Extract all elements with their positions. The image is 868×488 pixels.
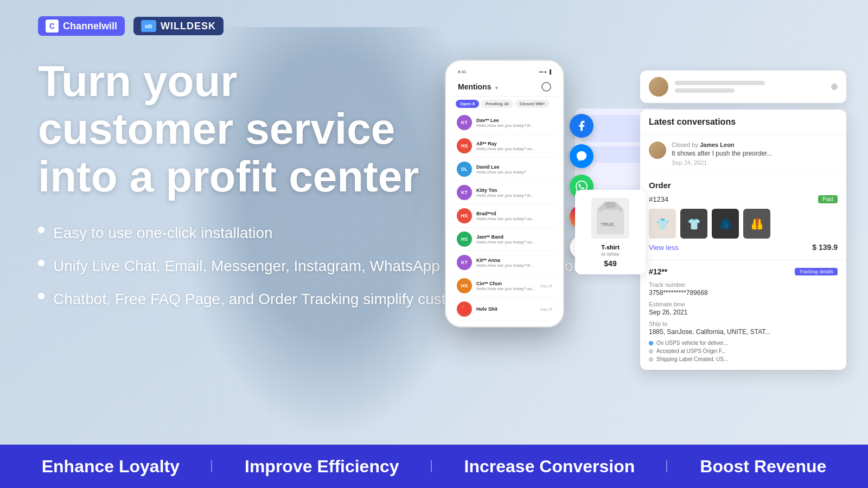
tab-closed[interactable]: Closed 999+ <box>515 100 550 108</box>
channelwill-icon: C <box>46 20 59 33</box>
chat-name-0: Dav** Lee <box>476 118 552 123</box>
bottom-item-2: Improve Efficiency <box>212 457 432 477</box>
product-img-4: 🦺 <box>743 209 770 239</box>
header-logos: C Channelwill wb WILLDESK <box>0 0 868 52</box>
ship-value: 1885, SanJose, California, UNITE, STAT..… <box>649 328 838 336</box>
tab-open[interactable]: Open 8 <box>456 100 479 108</box>
tracking-section: #12** Tracking details Track number 3758… <box>640 260 846 370</box>
chat-name-7: Cin** Chun <box>476 281 536 286</box>
channelwill-text: Channelwill <box>63 21 117 32</box>
phone-search-icon[interactable] <box>541 82 551 92</box>
tab-pending[interactable]: Pending 34 <box>481 100 513 108</box>
chat-info-0: Dav** Lee Hello,How are you today? fil..… <box>476 118 552 128</box>
chat-info-5: Jam** Band Hello,How are you today? as..… <box>476 234 552 245</box>
chat-item-1[interactable]: HS All** Ray Hello,How are you today? as… <box>451 134 558 158</box>
chat-name-8: Holv Shit <box>476 306 536 312</box>
hero-line2: customer service <box>38 105 395 153</box>
order-label: Order <box>649 181 838 190</box>
bottom-item-1: Enhance Loyalty <box>9 457 212 477</box>
conv-message-1: It shows after I push the preorder... <box>672 150 838 157</box>
willdesk-logo: wb WILLDESK <box>133 17 224 35</box>
chat-item-6[interactable]: KT Kit** Anna Hello,How are you today? f… <box>451 251 558 274</box>
bottom-bar: Enhance Loyalty Improve Efficiency Incre… <box>0 445 868 488</box>
chat-preview-1: Hello,How are you today? as... <box>476 146 552 151</box>
tracking-steps: On USPS vehicle for deliver... Accepted … <box>649 340 838 362</box>
track-number-label: Track number <box>649 281 838 288</box>
phone-screen: 8:41 ▪▪▪ ▸ ▐ Mentions ▼ Open 8 Pending 3… <box>451 66 558 321</box>
avatar-2: DL <box>457 162 472 177</box>
phone-frame: 8:41 ▪▪▪ ▸ ▐ Mentions ▼ Open 8 Pending 3… <box>445 60 564 328</box>
chat-item-5[interactable]: HS Jam** Band Hello,How are you today? a… <box>451 228 558 251</box>
product-img-3: 🧥 <box>712 209 739 239</box>
step-text-3: Shipping Label Created, US... <box>656 356 728 362</box>
gray-placeholder-lines <box>675 81 825 93</box>
bullet-1 <box>38 227 44 233</box>
chat-info-2: David Lee Hello,How are you today? <box>476 164 552 175</box>
hero-line3: into a profit center <box>38 152 419 201</box>
chat-preview-0: Hello,How are you today? fil... <box>476 123 552 128</box>
hero-line1: Turn your <box>38 57 237 105</box>
tshirt-name: T-shirt <box>582 244 639 251</box>
chat-preview-6: Hello,How are you today? fil... <box>476 263 552 268</box>
conversation-item-1[interactable]: Closed by James Leon It shows after I pu… <box>640 135 846 173</box>
avatar-1: HS <box>457 138 472 153</box>
step-dot-3 <box>649 357 653 362</box>
tracking-header: #12** Tracking details <box>649 267 838 276</box>
tracking-info-ship: Ship to 1885, SanJose, California, UNITE… <box>649 320 838 336</box>
willdesk-text: WILLDESK <box>161 21 216 32</box>
view-less-button[interactable]: View less <box>649 243 679 252</box>
gray-line-2 <box>675 88 735 93</box>
tracking-details-badge[interactable]: Tracking details <box>795 268 838 275</box>
phone-tabs: Open 8 Pending 34 Closed 999+ <box>451 97 558 111</box>
estimate-label: Estimate time <box>649 301 838 307</box>
chat-item-2[interactable]: DL David Lee Hello,How are you today? <box>451 158 558 181</box>
chat-name-4: Brad**rd <box>476 211 552 216</box>
messenger-icon[interactable] <box>570 144 593 168</box>
phone-header: Mentions ▼ <box>451 78 558 97</box>
chat-item-7[interactable]: HS Cin** Chun Hello,How are you today? a… <box>451 274 558 298</box>
tracking-step-1: On USPS vehicle for deliver... <box>649 340 838 346</box>
avatar-6: KT <box>457 255 472 270</box>
chat-info-6: Kit** Anna Hello,How are you today? fil.… <box>476 258 552 268</box>
order-status-badge: Paid <box>818 195 838 203</box>
chat-preview-5: Hello,How are you today? as... <box>476 240 552 245</box>
chat-item-8[interactable]: 🔴 Holv Shit Sep.25 <box>451 298 558 321</box>
product-img-1: 👕 <box>649 209 676 239</box>
feature-text-1: Easy to use one-click installation <box>53 222 273 243</box>
chat-item-0[interactable]: KT Dav** Lee Hello,How are you today? fi… <box>451 111 558 134</box>
svg-text:TRUE.: TRUE. <box>601 222 615 227</box>
bottom-label-3: Increase Conversion <box>464 457 635 477</box>
step-dot-1 <box>649 341 653 345</box>
tracking-info-estimate: Estimate time Sep 26, 2021 <box>649 301 838 316</box>
gray-bar-section <box>640 70 846 103</box>
step-text-2: Accepted at USPS Origin F... <box>656 348 726 354</box>
tracking-number: #12** <box>649 267 667 276</box>
facebook-icon[interactable] <box>570 114 593 138</box>
estimate-value: Sep 26, 2021 <box>649 309 838 316</box>
conversations-title: Latest conversations <box>649 117 736 126</box>
order-number: #1234 <box>649 195 668 203</box>
bullet-2 <box>38 260 44 266</box>
conv-date-1: Sep 24, 2021 <box>672 159 838 166</box>
chat-time-7: Sep.25 <box>540 284 552 288</box>
right-panel: Latest conversations Closed by James Leo… <box>640 70 846 370</box>
conversations-card: Latest conversations Closed by James Leo… <box>640 110 846 370</box>
willdesk-icon: wb <box>141 20 156 32</box>
tracking-step-2: Accepted at USPS Origin F... <box>649 348 838 354</box>
bottom-item-3: Increase Conversion <box>432 457 668 477</box>
bottom-label-1: Enhance Loyalty <box>42 457 180 477</box>
tshirt-image: TRUE. <box>589 196 632 240</box>
user-avatar-bar <box>649 77 668 97</box>
chat-preview-2: Hello,How are you today? <box>476 170 552 175</box>
avatar-5: HS <box>457 232 472 247</box>
chat-list: KT Dav** Lee Hello,How are you today? fi… <box>451 111 558 321</box>
chat-item-3[interactable]: KT Kitty Tim Hello,How are you today? fi… <box>451 181 558 204</box>
avatar-8: 🔴 <box>457 301 472 317</box>
avatar-3: KT <box>457 185 472 200</box>
chat-name-6: Kit** Anna <box>476 258 552 263</box>
chat-item-4[interactable]: HS Brad**rd Hello,How are you today? as.… <box>451 204 558 228</box>
chat-info-1: All** Ray Hello,How are you today? as... <box>476 141 552 151</box>
svg-rect-4 <box>605 202 616 208</box>
chat-info-7: Cin** Chun Hello,How are you today? as..… <box>476 281 536 291</box>
chat-info-8: Holv Shit <box>476 306 536 312</box>
